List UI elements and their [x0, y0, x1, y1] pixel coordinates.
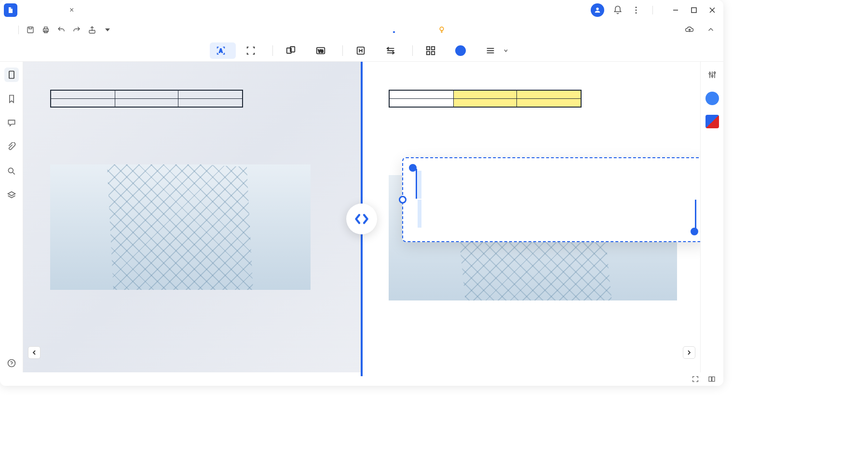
save-icon[interactable]: [24, 23, 37, 37]
file-menu[interactable]: [6, 28, 14, 32]
combine-icon: [285, 45, 296, 56]
batch-pdfs-button[interactable]: [420, 42, 446, 59]
redo-icon[interactable]: [70, 23, 83, 37]
bookmarks-panel-icon[interactable]: [4, 92, 19, 106]
svg-rect-8: [27, 27, 33, 33]
window-close[interactable]: [705, 3, 719, 17]
undo-icon[interactable]: [54, 23, 68, 37]
svg-rect-35: [712, 377, 715, 381]
svg-text:VS: VS: [318, 49, 324, 53]
compare-split-handle[interactable]: [346, 204, 377, 234]
batch-icon: [425, 45, 436, 56]
account-avatar[interactable]: [591, 3, 604, 17]
translate-sidebar-icon[interactable]: [705, 115, 719, 128]
dropdown-icon[interactable]: [101, 23, 114, 37]
svg-rect-10: [44, 27, 47, 29]
tools-ribbon: A VS: [0, 40, 723, 62]
main-menu: [300, 27, 426, 33]
properties-icon[interactable]: [705, 68, 719, 82]
document-canvas[interactable]: [23, 62, 700, 376]
cloud-upload-icon[interactable]: [683, 23, 696, 37]
view-mode-icon[interactable]: [707, 374, 717, 384]
svg-point-32: [711, 75, 713, 77]
menu-organize[interactable]: [378, 27, 380, 33]
app-logo: [4, 3, 17, 17]
combine-button[interactable]: [280, 42, 306, 59]
svg-rect-21: [431, 46, 434, 49]
svg-rect-34: [709, 377, 711, 381]
menu-comment[interactable]: [331, 27, 333, 33]
search-input[interactable]: [449, 26, 497, 34]
svg-point-13: [440, 27, 444, 31]
menu-convert[interactable]: [347, 27, 349, 33]
help-icon[interactable]: [4, 356, 19, 370]
menu-view[interactable]: [362, 27, 364, 33]
page-next-button[interactable]: [683, 346, 695, 359]
right-sidebar: [700, 62, 723, 376]
ai-tools-button[interactable]: [449, 42, 475, 59]
notifications-icon[interactable]: [613, 5, 623, 15]
compress-button[interactable]: [350, 42, 376, 59]
ocr-icon: A: [216, 45, 226, 56]
svg-point-0: [596, 8, 598, 10]
menu-protect[interactable]: [424, 27, 426, 33]
divider: [652, 6, 653, 14]
svg-text:A: A: [219, 48, 223, 53]
fit-screen-icon[interactable]: [691, 374, 700, 384]
selection-handle[interactable]: [691, 228, 698, 235]
page-original: [23, 62, 362, 376]
svg-point-28: [8, 168, 13, 173]
info-table-ocr: [389, 90, 582, 108]
layers-panel-icon[interactable]: [4, 188, 19, 203]
compare-button[interactable]: VS: [310, 42, 336, 59]
share-icon[interactable]: [85, 23, 99, 37]
menu-home[interactable]: [300, 27, 302, 33]
more-options-icon[interactable]: [631, 5, 641, 15]
text-cursor: [695, 200, 696, 230]
editable-title[interactable]: [418, 171, 694, 229]
print-icon[interactable]: [39, 23, 53, 37]
titlebar: ×: [0, 0, 723, 20]
svg-line-29: [13, 173, 14, 175]
info-table: [50, 90, 243, 108]
comments-panel-icon[interactable]: [4, 116, 19, 130]
menu-edit[interactable]: [316, 27, 318, 33]
flatten-button[interactable]: [380, 42, 406, 59]
svg-point-33: [714, 72, 715, 73]
search-panel-icon[interactable]: [4, 164, 19, 178]
thumbnails-panel-icon[interactable]: [4, 68, 19, 82]
svg-rect-23: [431, 51, 434, 54]
divider: [342, 45, 343, 56]
more-button[interactable]: [479, 42, 514, 59]
page-prev-button[interactable]: [28, 346, 41, 359]
svg-rect-22: [426, 51, 429, 54]
lightbulb-icon: [437, 26, 446, 34]
svg-rect-5: [692, 8, 696, 13]
page-title: [50, 122, 339, 150]
menu-tools[interactable]: [393, 27, 395, 33]
flatten-icon: [385, 45, 396, 56]
svg-point-31: [709, 73, 710, 74]
svg-point-3: [636, 12, 637, 14]
ocr-area-button[interactable]: [240, 42, 266, 59]
collapse-icon[interactable]: [704, 23, 718, 37]
tab-close-icon[interactable]: ×: [69, 6, 74, 14]
document-tab[interactable]: ×: [23, 1, 81, 19]
divider: [412, 45, 413, 56]
selection-handle[interactable]: [399, 196, 407, 204]
svg-point-1: [636, 7, 637, 8]
attachments-panel-icon[interactable]: [4, 140, 19, 154]
divider: [272, 45, 273, 56]
ai-sidebar-icon[interactable]: [705, 92, 719, 105]
window-maximize[interactable]: [687, 3, 701, 17]
svg-point-2: [636, 10, 637, 11]
workspace: [0, 62, 723, 376]
menu-form[interactable]: [408, 27, 410, 33]
search-tools[interactable]: [437, 26, 497, 34]
text-selection-box[interactable]: [402, 157, 700, 242]
compress-icon: [355, 45, 366, 56]
svg-rect-9: [43, 29, 49, 32]
ocr-button[interactable]: A: [210, 42, 236, 59]
window-minimize[interactable]: [668, 3, 683, 17]
more-menu-icon: [485, 45, 496, 56]
